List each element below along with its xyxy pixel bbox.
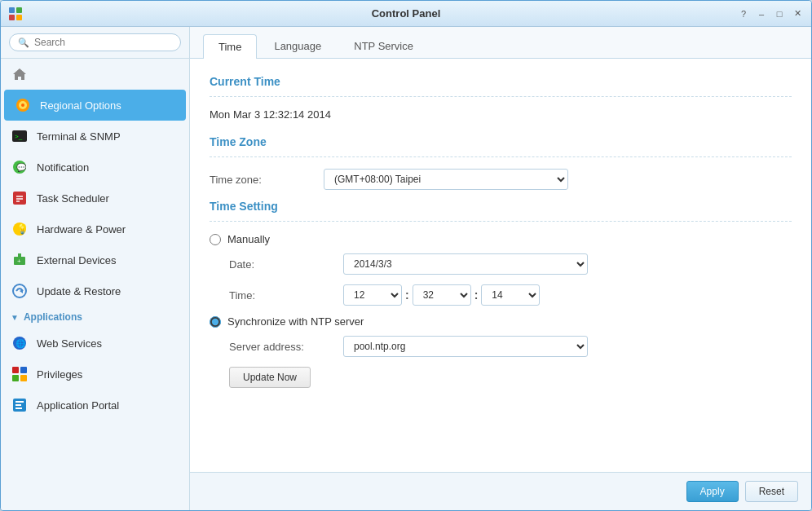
- tab-language[interactable]: Language: [258, 33, 337, 58]
- svg-rect-24: [12, 367, 19, 373]
- sidebar-label-task-scheduler: Task Scheduler: [37, 192, 109, 205]
- reset-button[interactable]: Reset: [745, 481, 798, 502]
- sidebar-item-terminal-snmp[interactable]: >_ Terminal & SNMP: [1, 121, 189, 152]
- sidebar-label-privileges: Privileges: [37, 368, 82, 381]
- svg-text:💬: 💬: [16, 162, 27, 173]
- tab-ntp-service[interactable]: NTP Service: [338, 33, 429, 58]
- sidebar-label-application-portal: Application Portal: [37, 399, 119, 412]
- sidebar-label-external-devices: External Devices: [37, 254, 117, 267]
- svg-rect-31: [15, 407, 22, 409]
- search-box[interactable]: 🔍: [9, 33, 181, 51]
- ntp-radio-row[interactable]: Synchronize with NTP server: [210, 315, 792, 328]
- time-selects: 12 : 32 : 14: [343, 284, 540, 306]
- manually-radio-row[interactable]: Manually: [210, 233, 792, 245]
- sidebar-item-web-services[interactable]: 🌐 Web Services: [1, 328, 189, 359]
- svg-rect-2: [9, 15, 15, 20]
- server-address-label: Server address:: [229, 341, 343, 353]
- update-now-area: Update Now: [210, 367, 792, 388]
- svg-rect-25: [20, 367, 27, 373]
- server-address-control: pool.ntp.org time.google.com time.window…: [343, 336, 588, 357]
- current-time-section-title: Current Time: [210, 75, 792, 88]
- sidebar-item-hardware-power[interactable]: 💡 Hardware & Power: [1, 214, 189, 244]
- regional-options-icon: [14, 96, 32, 114]
- ntp-radio[interactable]: [210, 316, 221, 328]
- svg-rect-1: [16, 7, 22, 13]
- svg-rect-11: [13, 192, 26, 205]
- time-zone-row: Time zone: (GMT+08:00) Taipei (GMT+00:00…: [210, 169, 792, 190]
- sidebar-label-hardware-power: Hardware & Power: [37, 223, 126, 236]
- svg-text:+: +: [17, 258, 21, 265]
- sidebar-item-home[interactable]: [1, 59, 189, 90]
- update-restore-icon: [11, 282, 29, 300]
- sidebar-label-notification: Notification: [37, 161, 89, 174]
- time-zone-section-title: Time Zone: [210, 135, 792, 148]
- content-area: Current Time Mon Mar 3 12:32:14 2014 Tim…: [190, 59, 811, 472]
- sidebar-item-regional-options[interactable]: Regional Options: [4, 90, 186, 121]
- svg-rect-26: [12, 375, 19, 381]
- maximize-button[interactable]: □: [772, 7, 787, 21]
- window-title: Control Panel: [372, 7, 441, 20]
- date-row: Date: 2014/3/3: [210, 253, 792, 275]
- date-control: 2014/3/3: [343, 253, 588, 275]
- current-time-divider: [210, 96, 792, 97]
- time-sep-1: :: [405, 289, 409, 302]
- time-second-select[interactable]: 14: [481, 284, 540, 306]
- footer: Apply Reset: [190, 472, 811, 510]
- search-input[interactable]: [34, 37, 172, 48]
- sidebar-item-task-scheduler[interactable]: Task Scheduler: [1, 183, 189, 214]
- task-scheduler-icon: [11, 189, 29, 207]
- update-now-button[interactable]: Update Now: [229, 367, 311, 388]
- sidebar-item-notification[interactable]: 💬 Notification: [1, 152, 189, 183]
- search-icon: 🔍: [18, 37, 29, 48]
- web-services-icon: 🌐: [11, 334, 29, 352]
- close-button[interactable]: ✕: [790, 7, 805, 21]
- tab-time[interactable]: Time: [203, 34, 257, 59]
- home-icon: [11, 65, 29, 83]
- time-zone-label: Time zone:: [210, 174, 324, 186]
- time-sep-2: :: [474, 289, 479, 302]
- time-setting-divider: [210, 221, 792, 222]
- manually-radio[interactable]: [210, 234, 221, 245]
- sidebar-label-update-restore: Update & Restore: [37, 285, 121, 297]
- sidebar-item-update-restore[interactable]: Update & Restore: [1, 275, 189, 306]
- server-address-select[interactable]: pool.ntp.org time.google.com time.window…: [343, 336, 588, 357]
- sidebar-item-privileges[interactable]: Privileges: [1, 359, 189, 390]
- time-row: Time: 12 : 32 : 14: [210, 284, 792, 306]
- manually-radio-label: Manually: [227, 233, 270, 245]
- sidebar-search-area: 🔍: [1, 27, 189, 59]
- svg-rect-29: [15, 401, 24, 403]
- title-buttons: ? – □ ✕: [736, 7, 805, 21]
- help-button[interactable]: ?: [736, 7, 751, 21]
- time-hour-select[interactable]: 12: [343, 284, 402, 306]
- svg-text:🌐: 🌐: [15, 338, 26, 349]
- apply-button[interactable]: Apply: [686, 481, 739, 502]
- notification-icon: 💬: [11, 158, 29, 176]
- time-minute-select[interactable]: 32: [413, 284, 471, 306]
- time-setting-section-title: Time Setting: [210, 200, 792, 213]
- sidebar-label-web-services: Web Services: [37, 337, 102, 350]
- svg-rect-27: [20, 375, 27, 381]
- time-zone-control: (GMT+08:00) Taipei (GMT+00:00) UTC (GMT-…: [324, 169, 568, 190]
- date-label: Date:: [229, 258, 343, 271]
- external-devices-icon: +: [11, 251, 29, 269]
- time-zone-divider: [210, 156, 792, 157]
- application-portal-icon: [11, 396, 29, 414]
- time-zone-select[interactable]: (GMT+08:00) Taipei (GMT+00:00) UTC (GMT-…: [324, 169, 568, 190]
- time-label: Time:: [229, 289, 343, 302]
- minimize-button[interactable]: –: [754, 7, 769, 21]
- terminal-icon: >_: [11, 127, 29, 145]
- sidebar-item-external-devices[interactable]: + External Devices: [1, 244, 189, 275]
- sidebar-label-regional-options: Regional Options: [40, 99, 121, 112]
- hardware-power-icon: 💡: [11, 220, 29, 238]
- privileges-icon: [11, 365, 29, 383]
- svg-point-6: [21, 104, 24, 107]
- svg-rect-30: [15, 404, 21, 406]
- svg-rect-3: [16, 15, 22, 20]
- svg-text:>_: >_: [15, 133, 23, 140]
- app-icon: [7, 6, 24, 22]
- right-panel: Time Language NTP Service Current Time M…: [190, 27, 811, 510]
- sidebar-section-applications[interactable]: ▼ Applications: [1, 306, 189, 328]
- title-bar: Control Panel ? – □ ✕: [1, 1, 811, 27]
- sidebar-item-application-portal[interactable]: Application Portal: [1, 390, 189, 421]
- date-select[interactable]: 2014/3/3: [343, 253, 588, 275]
